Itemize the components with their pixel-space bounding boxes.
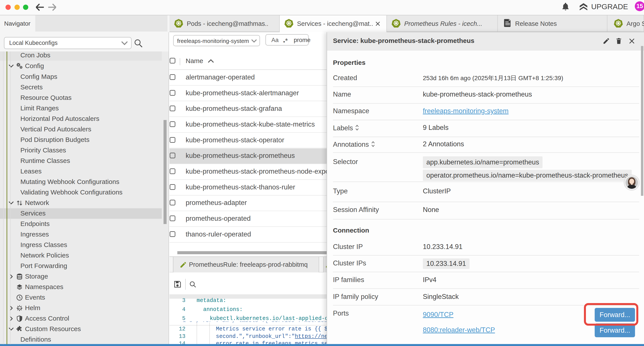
svg-text:HELM: HELM bbox=[17, 308, 22, 310]
